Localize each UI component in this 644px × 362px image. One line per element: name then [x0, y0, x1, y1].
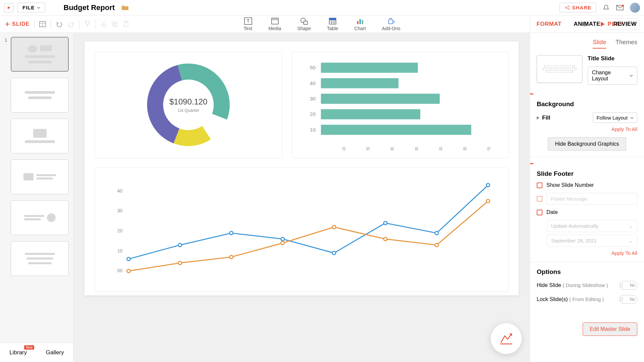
line-chart[interactable]: 0010203040 — [95, 167, 509, 291]
tab-format[interactable]: FORMAT — [530, 15, 568, 32]
gallery-tab[interactable]: Gallery — [46, 349, 64, 356]
svg-point-66 — [178, 243, 182, 247]
subtab-themes[interactable]: Themes — [616, 39, 637, 49]
apply-all-footer[interactable]: Apply To All — [537, 250, 637, 256]
bell-icon[interactable] — [602, 4, 610, 11]
addons-icon — [387, 17, 396, 25]
date-value-select[interactable]: September 28, 2021⌄ — [547, 235, 637, 247]
svg-rect-19 — [112, 22, 116, 25]
change-layout-button[interactable]: Change Layout — [588, 67, 637, 85]
insert-chart-button[interactable]: Chart — [354, 17, 366, 31]
bar-chart[interactable]: 504030201010203040506070 — [292, 52, 509, 158]
insert-media-button[interactable]: Media — [269, 17, 281, 31]
svg-point-80 — [486, 200, 490, 203]
header: FILE Budget Report SHARE — [0, 0, 644, 15]
format-painter-icon[interactable] — [84, 21, 91, 27]
svg-text:20: 20 — [117, 228, 123, 233]
chevron-down-icon — [630, 75, 633, 77]
lock-slides-toggle[interactable]: No — [619, 295, 637, 304]
caret-right-icon[interactable] — [537, 116, 539, 120]
slides-bottom-tabs: Library New Gallery — [0, 343, 73, 362]
file-menu-button[interactable]: FILE — [17, 3, 45, 12]
undo-icon[interactable] — [56, 21, 62, 27]
insert-shape-button[interactable]: Shape — [297, 17, 311, 31]
fill-select[interactable]: Follow Layout — [593, 113, 637, 123]
insert-text-button[interactable]: T Text — [244, 17, 252, 31]
svg-point-74 — [178, 261, 182, 265]
svg-point-76 — [281, 241, 284, 245]
donut-chart[interactable]: $1090.120 1st Quarter — [95, 52, 282, 158]
slide-thumb-6[interactable] — [11, 241, 69, 276]
layout-icon[interactable] — [39, 21, 46, 27]
svg-point-65 — [127, 257, 130, 261]
svg-rect-39 — [359, 19, 361, 24]
format-panel: Slide Themes Title Slide Change Layout B… — [530, 33, 644, 362]
user-avatar[interactable] — [630, 3, 640, 13]
tab-animate[interactable]: ANIMATE — [568, 15, 606, 32]
insert-tools: T Text Media Shape Table Chart Add-Ons — [244, 17, 401, 31]
svg-point-2 — [568, 6, 569, 7]
share-button[interactable]: SHARE — [560, 3, 596, 12]
share-icon — [565, 5, 570, 10]
lock-slides-label: Lock Slide(s) — [537, 296, 568, 302]
fab-insights[interactable] — [491, 323, 522, 354]
svg-rect-46 — [321, 78, 398, 88]
copy-icon[interactable] — [111, 21, 118, 27]
slide-number: 1 — [5, 38, 7, 43]
svg-rect-37 — [329, 18, 336, 20]
hide-background-button[interactable]: Hide Background Graphics — [548, 137, 626, 151]
mountain-icon — [499, 331, 514, 346]
date-mode-select[interactable]: Update Automatically⌄ — [547, 220, 637, 232]
paste-icon[interactable] — [123, 21, 129, 27]
svg-rect-40 — [362, 20, 363, 24]
slide-thumb-5[interactable] — [11, 200, 69, 235]
new-slide-button[interactable]: SLIDE — [5, 21, 30, 27]
svg-rect-48 — [321, 94, 440, 104]
svg-marker-0 — [8, 6, 10, 9]
mail-icon[interactable] — [616, 4, 624, 11]
svg-text:40: 40 — [414, 147, 419, 150]
edit-master-button[interactable]: Edit Master Slide — [583, 322, 637, 336]
svg-line-18 — [102, 21, 105, 25]
library-tab[interactable]: Library New — [9, 349, 27, 356]
date-checkbox[interactable] — [537, 210, 542, 215]
svg-point-77 — [332, 225, 336, 229]
show-slide-number-checkbox[interactable] — [537, 183, 542, 188]
hide-slide-label: Hide Slide — [537, 282, 561, 288]
hide-slide-toggle[interactable]: No — [619, 281, 637, 290]
app-logo[interactable] — [4, 3, 13, 12]
folder-icon[interactable] — [121, 5, 129, 11]
layout-preview[interactable] — [537, 55, 582, 83]
svg-line-4 — [567, 7, 568, 7]
apply-all-bg[interactable]: Apply To All — [537, 126, 637, 132]
document-title[interactable]: Budget Report — [64, 3, 115, 12]
slide-thumb-3[interactable] — [11, 119, 69, 153]
text-icon: T — [244, 17, 252, 25]
slide-canvas[interactable]: $1090.120 1st Quarter 504030201010203040… — [84, 42, 519, 295]
svg-text:10: 10 — [341, 147, 346, 150]
slide-thumb-2[interactable] — [11, 78, 69, 113]
svg-point-79 — [435, 243, 438, 247]
layout-title: Title Slide — [588, 55, 637, 62]
svg-point-15 — [101, 25, 103, 27]
svg-point-71 — [435, 231, 438, 235]
svg-point-69 — [332, 251, 336, 255]
cut-icon[interactable] — [101, 21, 107, 27]
tab-review[interactable]: REVIEW — [606, 15, 644, 32]
svg-point-7 — [622, 5, 624, 7]
insert-addons-button[interactable]: Add-Ons — [382, 17, 400, 31]
insert-table-button[interactable]: Table — [327, 17, 338, 31]
slide-thumb-4[interactable] — [11, 159, 69, 194]
svg-line-5 — [567, 8, 568, 9]
svg-text:20: 20 — [310, 112, 316, 117]
footer-message-checkbox[interactable] — [537, 196, 542, 202]
svg-text:60: 60 — [462, 147, 468, 150]
redo-icon[interactable] — [68, 21, 74, 27]
svg-text:50: 50 — [438, 147, 443, 150]
fill-label: Fill — [542, 115, 550, 121]
svg-point-78 — [384, 237, 387, 241]
svg-text:10: 10 — [117, 248, 123, 254]
footer-message-input[interactable]: Footer Message — [546, 193, 637, 205]
subtab-slide[interactable]: Slide — [593, 39, 606, 49]
slide-thumb-1[interactable] — [11, 37, 69, 72]
